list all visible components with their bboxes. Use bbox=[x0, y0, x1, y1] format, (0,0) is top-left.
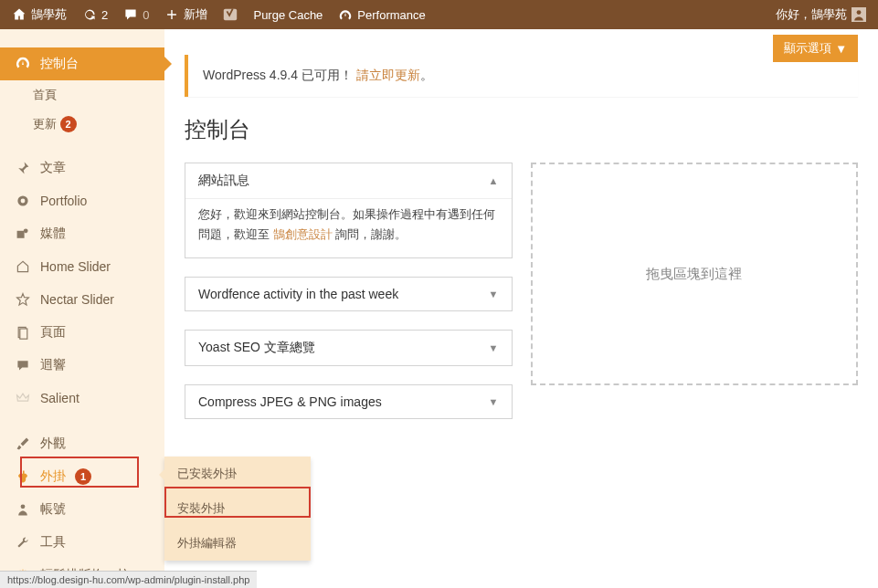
svg-point-9 bbox=[21, 504, 26, 509]
menu-posts[interactable]: 文章 bbox=[0, 152, 164, 184]
crown-icon bbox=[15, 390, 31, 406]
updates-link[interactable]: 2 bbox=[81, 6, 108, 23]
screen-options-label: 顯示選項 bbox=[784, 40, 831, 57]
widget-site-info-body: 您好，歡迎來到網站控制台。如果操作過程中有遇到任何問題，歡迎至 鵠創意設計 詢問… bbox=[185, 198, 512, 257]
plus-icon bbox=[164, 6, 180, 23]
menu-nectar-slider[interactable]: Nectar Slider bbox=[0, 283, 164, 316]
content-area: 顯示選項 ▼ WordPress 4.9.4 已可用！ 請立即更新。 控制台 網… bbox=[164, 29, 878, 588]
widget-site-info-title: 網站訊息 bbox=[198, 173, 249, 189]
svg-point-2 bbox=[857, 10, 862, 15]
widget-tinypng-title: Compress JPEG & PNG images bbox=[198, 394, 382, 409]
new-link[interactable]: 新增 bbox=[164, 6, 207, 23]
update-notice: WordPress 4.9.4 已可用！ 請立即更新。 bbox=[185, 55, 858, 97]
widget-site-info-text-suffix: 詢問，謝謝。 bbox=[333, 227, 407, 241]
admin-sidebar: 控制台 首頁 更新 2 文章 Portfolio 媒體 Home Slider … bbox=[0, 29, 164, 588]
purge-cache-link[interactable]: Purge Cache bbox=[253, 8, 323, 22]
pin-icon bbox=[15, 160, 31, 176]
home-slider-icon bbox=[15, 258, 31, 275]
submenu-updates-label: 更新 bbox=[33, 117, 57, 131]
submenu-updates[interactable]: 更新 2 bbox=[0, 110, 164, 139]
widget-wordfence-header[interactable]: Wordfence activity in the past week ▼ bbox=[185, 278, 512, 310]
admin-bar-right: 你好，鵠學苑 bbox=[776, 6, 867, 23]
menu-portfolio-label: Portfolio bbox=[40, 194, 87, 208]
menu-tools-label: 工具 bbox=[40, 534, 66, 551]
notice-suffix: 。 bbox=[420, 68, 433, 82]
submenu-home[interactable]: 首頁 bbox=[0, 80, 164, 110]
menu-media[interactable]: 媒體 bbox=[0, 217, 164, 250]
menu-plugins[interactable]: 外掛 1 bbox=[0, 460, 164, 493]
site-link[interactable]: 鵠學苑 bbox=[11, 6, 67, 23]
gauge-icon bbox=[337, 6, 354, 23]
page-icon bbox=[15, 324, 31, 341]
chevron-down-icon: ▼ bbox=[835, 42, 847, 56]
account-link[interactable]: 你好，鵠學苑 bbox=[776, 6, 867, 23]
menu-comments-label: 迴響 bbox=[40, 357, 66, 373]
site-name-label: 鵠學苑 bbox=[31, 6, 67, 23]
widget-yoast: Yoast SEO 文章總覽 ▼ bbox=[185, 330, 513, 366]
widget-site-info-header[interactable]: 網站訊息 ▲ bbox=[185, 163, 512, 198]
updates-count-label: 2 bbox=[101, 8, 108, 22]
menu-appearance-label: 外觀 bbox=[40, 436, 66, 452]
admin-bar-left: 鵠學苑 2 0 新增 Purge Cache Performance bbox=[11, 6, 426, 23]
dashboard-col-left: 網站訊息 ▲ 您好，歡迎來到網站控制台。如果操作過程中有遇到任何問題，歡迎至 鵠… bbox=[185, 163, 513, 437]
widget-wordfence-title: Wordfence activity in the past week bbox=[198, 287, 398, 301]
yoast-link[interactable] bbox=[222, 6, 238, 23]
menu-nectar-slider-label: Nectar Slider bbox=[40, 292, 114, 307]
svg-rect-5 bbox=[17, 231, 25, 238]
yoast-icon bbox=[222, 6, 238, 23]
collapse-down-icon: ▼ bbox=[489, 289, 499, 299]
performance-link[interactable]: Performance bbox=[337, 6, 425, 23]
browser-status-bar: https://blog.design-hu.com/wp-admin/plug… bbox=[0, 571, 257, 588]
main-wrap: 控制台 首頁 更新 2 文章 Portfolio 媒體 Home Slider … bbox=[0, 29, 878, 588]
menu-comments[interactable]: 迴響 bbox=[0, 349, 164, 382]
menu-dashboard-label: 控制台 bbox=[40, 56, 79, 72]
menu-dashboard[interactable]: 控制台 bbox=[0, 47, 164, 80]
widget-site-info-link[interactable]: 鵠創意設計 bbox=[273, 227, 333, 241]
plugins-badge: 1 bbox=[75, 468, 91, 485]
menu-posts-label: 文章 bbox=[40, 160, 66, 176]
greeting-label: 你好，鵠學苑 bbox=[776, 6, 847, 23]
comment-icon bbox=[122, 6, 139, 23]
collapse-up-icon: ▲ bbox=[489, 175, 499, 186]
menu-pages-label: 頁面 bbox=[40, 324, 66, 341]
wrench-icon bbox=[15, 534, 31, 551]
widget-yoast-title: Yoast SEO 文章總覽 bbox=[198, 340, 315, 356]
svg-point-6 bbox=[24, 228, 28, 233]
menu-home-slider[interactable]: Home Slider bbox=[0, 250, 164, 283]
widget-yoast-header[interactable]: Yoast SEO 文章總覽 ▼ bbox=[185, 331, 512, 365]
widget-tinypng-header[interactable]: Compress JPEG & PNG images ▼ bbox=[185, 385, 512, 418]
new-label: 新增 bbox=[184, 6, 207, 23]
menu-salient[interactable]: Salient bbox=[0, 382, 164, 415]
page-title: 控制台 bbox=[185, 115, 858, 144]
menu-salient-label: Salient bbox=[40, 391, 79, 405]
menu-portfolio[interactable]: Portfolio bbox=[0, 184, 164, 217]
collapse-down-icon: ▼ bbox=[489, 342, 499, 353]
widget-wordfence: Wordfence activity in the past week ▼ bbox=[185, 277, 513, 311]
dropzone-label: 拖曳區塊到這裡 bbox=[646, 266, 742, 283]
menu-users-label: 帳號 bbox=[40, 501, 66, 518]
comments-icon bbox=[15, 357, 31, 373]
menu-appearance[interactable]: 外觀 bbox=[0, 427, 164, 460]
screen-options-button[interactable]: 顯示選項 ▼ bbox=[773, 35, 858, 62]
notice-update-link[interactable]: 請立即更新 bbox=[356, 68, 420, 82]
widget-site-info: 網站訊息 ▲ 您好，歡迎來到網站控制台。如果操作過程中有遇到任何問題，歡迎至 鵠… bbox=[185, 163, 513, 258]
user-icon bbox=[15, 501, 31, 518]
home-icon bbox=[11, 6, 27, 23]
comments-link[interactable]: 0 bbox=[122, 6, 149, 23]
performance-label: Performance bbox=[357, 8, 425, 22]
menu-pages[interactable]: 頁面 bbox=[0, 316, 164, 349]
purge-label: Purge Cache bbox=[253, 8, 323, 22]
widget-tinypng: Compress JPEG & PNG images ▼ bbox=[185, 384, 513, 419]
menu-tools[interactable]: 工具 bbox=[0, 526, 164, 559]
menu-media-label: 媒體 bbox=[40, 226, 66, 242]
menu-users[interactable]: 帳號 bbox=[0, 493, 164, 526]
menu-plugins-label: 外掛 bbox=[40, 468, 66, 485]
updates-badge: 2 bbox=[60, 116, 77, 132]
dashboard-widgets: 網站訊息 ▲ 您好，歡迎來到網站控制台。如果操作過程中有遇到任何問題，歡迎至 鵠… bbox=[185, 163, 858, 437]
brush-icon bbox=[15, 436, 31, 452]
collapse-down-icon: ▼ bbox=[489, 396, 499, 407]
widget-dropzone[interactable]: 拖曳區塊到這裡 bbox=[531, 163, 859, 385]
avatar-icon bbox=[851, 6, 867, 23]
notice-text: WordPress 4.9.4 已可用！ bbox=[203, 68, 353, 82]
dashboard-icon bbox=[15, 56, 31, 72]
